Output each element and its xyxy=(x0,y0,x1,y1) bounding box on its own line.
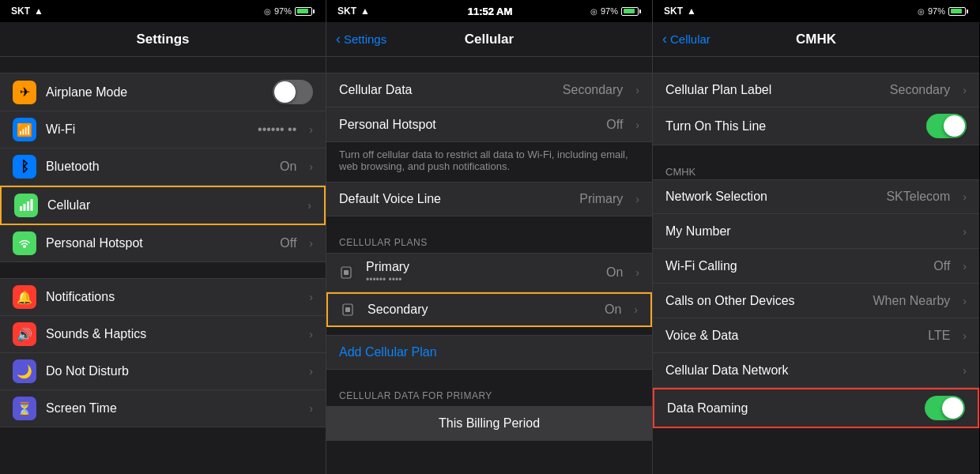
cellular-data-chevron: › xyxy=(635,84,639,96)
row-wifi[interactable]: 📶 Wi-Fi •••••• •• › xyxy=(0,111,326,149)
bluetooth-icon: ᛒ xyxy=(13,155,36,179)
nav-back-label-2: Settings xyxy=(344,32,386,46)
location-icon-2: ◎ xyxy=(590,7,597,16)
row-airplane-mode[interactable]: ✈ Airplane Mode xyxy=(0,73,326,111)
row-billing-period[interactable]: This Billing Period xyxy=(326,406,652,441)
row-personal-hotspot-2[interactable]: Personal Hotspot Off › xyxy=(326,107,652,142)
cellular-data-value: Secondary xyxy=(563,83,624,97)
airplane-mode-icon: ✈ xyxy=(13,81,36,104)
bluetooth-label: Bluetooth xyxy=(46,160,270,174)
screen-time-chevron: › xyxy=(309,402,313,415)
row-sounds[interactable]: 🔊 Sounds & Haptics › xyxy=(0,316,326,353)
turn-on-line-toggle[interactable] xyxy=(926,114,967,138)
notifications-icon: 🔔 xyxy=(13,285,36,309)
cellular-chevron: › xyxy=(307,199,311,212)
network-selection-label: Network Selection xyxy=(665,190,876,204)
data-roaming-toggle[interactable] xyxy=(925,396,965,420)
network-selection-value: SKTelecom xyxy=(886,190,950,204)
voice-data-chevron: › xyxy=(963,329,967,342)
row-data-roaming[interactable]: Data Roaming xyxy=(653,388,979,428)
airplane-mode-toggle[interactable] xyxy=(273,80,313,104)
scroll-area-3: Cellular Plan Label Secondary › Turn On … xyxy=(653,57,979,474)
personal-hotspot-chevron-2: › xyxy=(635,118,639,131)
row-add-cellular-plan[interactable]: Add Cellular Plan xyxy=(326,335,652,370)
wifi-value: •••••• •• xyxy=(258,122,296,137)
row-do-not-disturb[interactable]: 🌙 Do Not Disturb › xyxy=(0,353,326,390)
battery-icon-2 xyxy=(621,7,641,16)
hotspot-label: Personal Hotspot xyxy=(46,236,270,250)
status-bar-right-1: ◎ 97% xyxy=(264,6,315,16)
wifi-label: Wi-Fi xyxy=(46,122,248,137)
sim-icon-primary xyxy=(339,265,353,280)
row-wifi-calling[interactable]: Wi-Fi Calling Off › xyxy=(653,249,979,284)
calls-other-devices-chevron: › xyxy=(963,295,967,307)
airplane-mode-label: Airplane Mode xyxy=(46,85,263,100)
default-voice-chevron: › xyxy=(635,193,639,205)
svg-rect-3 xyxy=(31,199,33,211)
nav-title-1: Settings xyxy=(136,32,189,47)
voice-data-label: Voice & Data xyxy=(665,329,918,343)
battery-icon-3 xyxy=(948,7,968,16)
wifi-calling-value: Off xyxy=(933,259,950,273)
settings-panel: SKT ▲ 11:52 AM ◎ 97% Settings ✈ Airplane… xyxy=(0,0,326,474)
row-personal-hotspot[interactable]: Personal Hotspot Off › xyxy=(0,225,326,262)
billing-period-label: This Billing Period xyxy=(439,416,540,431)
row-my-number[interactable]: My Number › xyxy=(653,214,979,249)
status-bar-right-2: ◎ 97% xyxy=(590,6,641,16)
row-screen-time[interactable]: ⏳ Screen Time › xyxy=(0,390,326,427)
carrier-1: SKT xyxy=(11,6,30,17)
wifi-calling-chevron: › xyxy=(963,260,967,273)
wifi-icon-3: ▲ xyxy=(687,6,696,17)
cmhk-panel: SKT ▲ 11:52 AM ◎ 97% ‹ Cellular CMHK Cel… xyxy=(653,0,979,474)
bluetooth-value: On xyxy=(280,160,296,174)
row-cellular-data-network[interactable]: Cellular Data Network › xyxy=(653,353,979,388)
battery-icon-1 xyxy=(295,7,315,16)
voice-data-value: LTE xyxy=(928,329,950,343)
sounds-icon: 🔊 xyxy=(13,322,36,346)
nav-back-3[interactable]: ‹ Cellular xyxy=(662,32,710,47)
row-secondary-plan[interactable]: Secondary On › xyxy=(326,292,652,327)
row-primary-plan[interactable]: Primary •••••• •••• On › xyxy=(326,253,652,292)
row-turn-on-line[interactable]: Turn On This Line xyxy=(653,107,979,145)
add-cellular-plan-label: Add Cellular Plan xyxy=(339,345,639,359)
cmhk-section-label: CMHK xyxy=(653,161,979,179)
row-voice-data[interactable]: Voice & Data LTE › xyxy=(653,318,979,353)
cellular-panel: SKT ▲ 11:52 AM ◎ 97% ‹ Settings Cellular… xyxy=(326,0,653,474)
wifi-icon: 📶 xyxy=(13,118,36,141)
row-bluetooth[interactable]: ᛒ Bluetooth On › xyxy=(0,149,326,186)
secondary-plan-value: On xyxy=(605,303,621,317)
cellular-data-note: Turn off cellular data to restrict all d… xyxy=(326,142,652,182)
billing-group: This Billing Period xyxy=(326,406,652,441)
my-number-label: My Number xyxy=(665,224,953,239)
nav-bar-3: ‹ Cellular CMHK xyxy=(653,22,979,57)
back-chevron-icon-2: ‹ xyxy=(336,31,341,47)
svg-rect-6 xyxy=(344,270,349,275)
nav-title-2: Cellular xyxy=(465,32,514,47)
nav-back-2[interactable]: ‹ Settings xyxy=(336,32,386,47)
cellular-data-network-label: Cellular Data Network xyxy=(665,363,953,378)
turn-on-line-label: Turn On This Line xyxy=(665,119,917,134)
add-plan-group: Add Cellular Plan xyxy=(326,335,652,370)
my-number-chevron: › xyxy=(963,225,967,238)
carrier-3: SKT xyxy=(664,6,683,17)
svg-point-4 xyxy=(23,245,26,248)
sim-icon-secondary xyxy=(341,303,355,317)
row-calls-other-devices[interactable]: Calls on Other Devices When Nearby › xyxy=(653,284,979,318)
row-cellular[interactable]: Cellular › xyxy=(0,186,326,225)
network-selection-chevron: › xyxy=(963,190,967,203)
cellular-plans-group: Primary •••••• •••• On › Secondary On › xyxy=(326,253,652,327)
status-bar-1: SKT ▲ 11:52 AM ◎ 97% xyxy=(0,0,326,22)
settings-group-connectivity: ✈ Airplane Mode 📶 Wi-Fi •••••• •• › ᛒ Bl… xyxy=(0,73,326,262)
dnd-chevron: › xyxy=(309,365,313,378)
cellular-icon xyxy=(14,194,38,217)
scroll-area-1: ✈ Airplane Mode 📶 Wi-Fi •••••• •• › ᛒ Bl… xyxy=(0,57,326,474)
row-network-selection[interactable]: Network Selection SKTelecom › xyxy=(653,179,979,214)
cellular-data-primary-header: CELLULAR DATA FOR PRIMARY xyxy=(326,386,652,406)
personal-hotspot-value-2: Off xyxy=(606,118,623,132)
row-notifications[interactable]: 🔔 Notifications › xyxy=(0,278,326,316)
cellular-plans-header: CELLULAR PLANS xyxy=(326,232,652,253)
row-cellular-plan-label[interactable]: Cellular Plan Label Secondary › xyxy=(653,73,979,107)
row-default-voice[interactable]: Default Voice Line Primary › xyxy=(326,182,652,216)
cmhk-top-group: Cellular Plan Label Secondary › Turn On … xyxy=(653,73,979,145)
row-cellular-data[interactable]: Cellular Data Secondary › xyxy=(326,73,652,107)
